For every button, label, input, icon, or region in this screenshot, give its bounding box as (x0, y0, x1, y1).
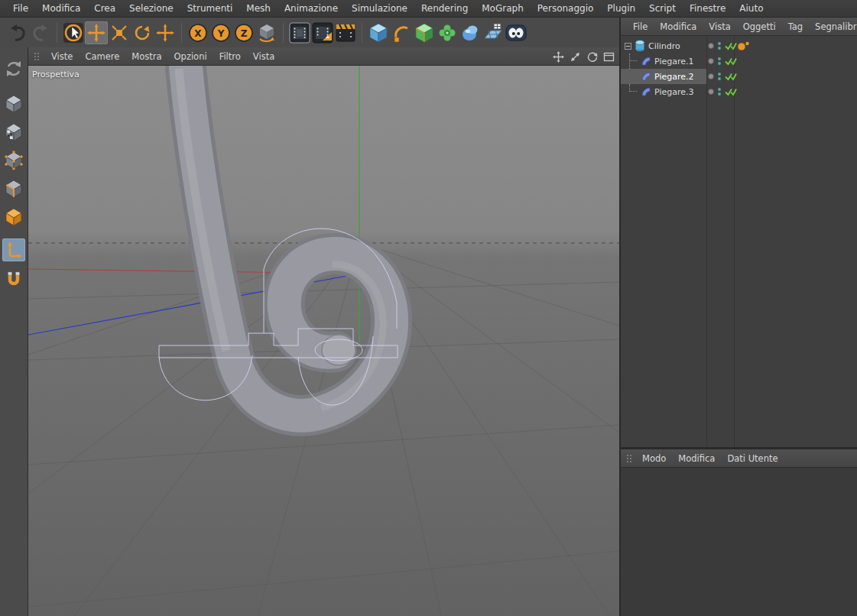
toggle-layout-icon[interactable] (603, 51, 615, 63)
menu-file[interactable]: File (6, 3, 35, 14)
viewport: Viste Camere Mostra Opzioni Filtro Vista (28, 47, 619, 616)
om-menu-vista[interactable]: Vista (703, 21, 736, 32)
object-name: Piegare.2 (654, 72, 693, 82)
enabled-check[interactable] (725, 42, 737, 50)
subdivision-surface-button[interactable] (413, 21, 436, 44)
scale-tool-button[interactable] (108, 21, 131, 44)
spline-pen-button[interactable] (390, 21, 413, 44)
vp-menu-camere[interactable]: Camere (79, 51, 125, 62)
modeling-generator-button[interactable] (436, 21, 459, 44)
object-row-main[interactable]: Piegare.1 (621, 53, 706, 69)
object-row-main[interactable]: Cilindro (621, 38, 706, 53)
om-menu-tag[interactable]: Tag (782, 21, 809, 32)
menu-animazione[interactable]: Animazione (278, 3, 345, 14)
enable-dot[interactable] (708, 43, 714, 49)
object-row-cilindro[interactable]: Cilindro (621, 38, 857, 53)
texture-mode-button[interactable] (2, 120, 25, 143)
menu-aiuto[interactable]: Aiuto (732, 3, 770, 14)
visibility-dots[interactable] (717, 41, 722, 50)
lock-x-axis-button[interactable]: X (187, 21, 209, 44)
collapse-expander-icon[interactable] (625, 43, 631, 50)
enable-dot[interactable] (708, 58, 714, 64)
menu-mograph[interactable]: MoGraph (475, 3, 531, 14)
am-menu-dati-utente[interactable]: Dati Utente (721, 453, 784, 464)
menu-personaggio[interactable]: Personaggio (531, 3, 601, 14)
edge-mode-button[interactable] (2, 177, 25, 199)
visibility-dots[interactable] (717, 57, 722, 66)
om-menu-segnalibri[interactable]: Segnalibri (809, 21, 857, 32)
model-mode-button[interactable] (2, 92, 25, 115)
menu-modifica[interactable]: Modifica (35, 3, 87, 14)
redo-button[interactable] (29, 21, 52, 44)
undo-button[interactable] (6, 21, 29, 44)
enabled-check[interactable] (725, 73, 737, 81)
om-menu-modifica[interactable]: Modifica (654, 21, 703, 32)
render-view-button[interactable] (288, 21, 311, 44)
object-row-piegare-1[interactable]: Piegare.1 (621, 53, 857, 69)
om-menu-file[interactable]: File (627, 21, 654, 32)
rotate-camera-icon[interactable] (586, 51, 598, 63)
vp-menu-opzioni[interactable]: Opzioni (168, 51, 213, 62)
menu-rendering[interactable]: Rendering (414, 3, 475, 14)
lock-y-axis-button[interactable]: Y (209, 21, 232, 44)
panel-grip-icon[interactable] (625, 453, 635, 464)
enable-dot[interactable] (708, 89, 714, 95)
enabled-check[interactable] (725, 57, 737, 66)
om-menu-oggetti[interactable]: Oggetti (737, 21, 782, 32)
lock-z-axis-button[interactable]: Z (232, 21, 255, 44)
render-picture-viewer-button[interactable] (311, 21, 334, 44)
menu-strumenti[interactable]: Strumenti (180, 3, 240, 14)
expressions-button[interactable] (505, 21, 528, 44)
coordinate-system-button[interactable] (255, 21, 278, 44)
dolly-icon[interactable] (570, 51, 581, 63)
menu-crea[interactable]: Crea (87, 3, 122, 14)
pan-icon[interactable] (553, 51, 564, 63)
last-tool-button[interactable] (154, 21, 177, 44)
toolbar-separator (283, 23, 284, 43)
am-menu-modifica[interactable]: Modifica (672, 453, 721, 464)
make-editable-button[interactable] (2, 57, 25, 80)
enabled-check[interactable] (725, 88, 737, 96)
vp-menu-filtro[interactable]: Filtro (213, 51, 247, 62)
menu-mesh[interactable]: Mesh (239, 3, 278, 14)
main-toolbar: X Y Z (0, 18, 619, 47)
menu-bar: File Modifica Crea Selezione Strumenti M… (0, 0, 857, 18)
move-tool-button[interactable] (85, 21, 108, 44)
snap-button[interactable] (2, 268, 25, 291)
vp-menu-mostra[interactable]: Mostra (125, 51, 167, 62)
vp-menu-viste[interactable]: Viste (45, 51, 79, 62)
rotate-tool-button[interactable] (131, 21, 154, 44)
menu-script[interactable]: Script (642, 3, 683, 14)
object-row-main[interactable]: Piegare.2 (621, 69, 706, 84)
am-menu-modo[interactable]: Modo (636, 453, 672, 464)
menu-selezione[interactable]: Selezione (122, 3, 180, 14)
object-manager-tree[interactable]: Cilindro (621, 36, 857, 447)
deformer-button[interactable] (459, 21, 482, 44)
object-row-piegare-3[interactable]: Piegare.3 (621, 84, 857, 99)
menu-plugin[interactable]: Plugin (600, 3, 642, 14)
enable-dot[interactable] (708, 73, 714, 79)
render-settings-button[interactable] (334, 21, 357, 44)
visibility-dots[interactable] (717, 87, 722, 96)
polygon-mode-button[interactable] (2, 205, 25, 228)
visibility-dots[interactable] (717, 72, 722, 81)
menu-finestre[interactable]: Finestre (683, 3, 732, 14)
primitive-cube-button[interactable] (367, 21, 390, 44)
lock-z-icon: Z (234, 23, 254, 43)
phong-tag-icon[interactable] (737, 41, 750, 51)
environment-floor-button[interactable] (482, 21, 505, 44)
bend-deformer-icon (641, 86, 651, 97)
bend-deformer-icon (641, 71, 651, 82)
live-selection-button[interactable] (62, 21, 85, 44)
object-row-main[interactable]: Piegare.3 (621, 84, 706, 99)
point-mode-button[interactable] (2, 148, 25, 171)
menu-simulazione[interactable]: Simulazione (345, 3, 414, 14)
object-row-piegare-2[interactable]: Piegare.2 (621, 69, 857, 84)
vp-menu-vista[interactable]: Vista (247, 51, 281, 62)
object-row-toggles (708, 38, 737, 53)
viewport-canvas[interactable] (28, 66, 619, 616)
axis-mode-button[interactable] (2, 238, 25, 261)
object-manager-menu-bar: File Modifica Vista Oggetti Tag Segnalib… (621, 18, 857, 36)
panel-grip-icon[interactable] (33, 51, 42, 62)
render-settings-icon (335, 22, 356, 44)
